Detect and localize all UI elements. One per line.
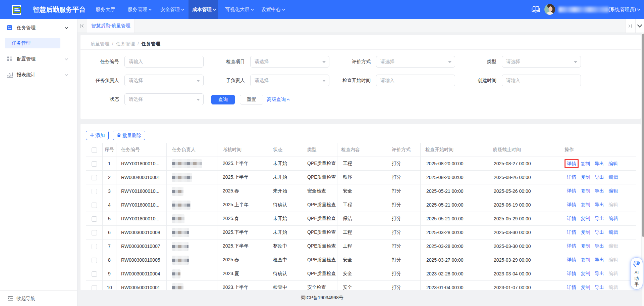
svg-text:AI: AI — [636, 262, 639, 264]
